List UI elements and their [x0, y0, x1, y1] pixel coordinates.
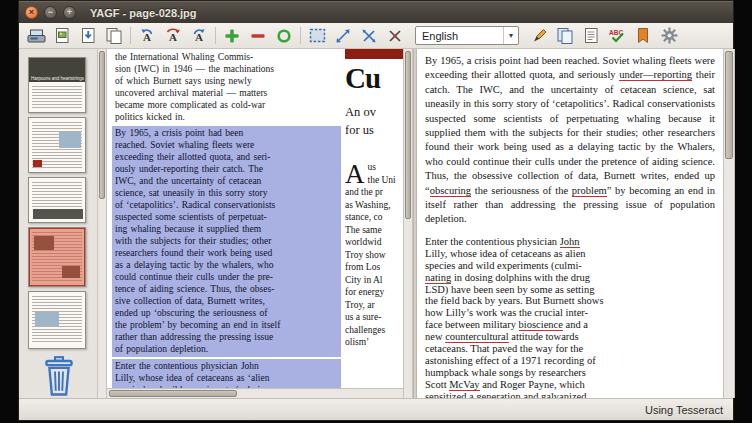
copy-text-button[interactable]	[552, 25, 578, 47]
thumbnail-page-5[interactable]	[28, 291, 86, 349]
scrollbar-thumb[interactable]	[725, 51, 733, 159]
image-horizontal-scrollbar[interactable]	[107, 388, 403, 398]
ocr-paragraph-2: Enter the contentious physician JohnLill…	[425, 236, 715, 398]
svg-text:A: A	[143, 31, 151, 43]
rotate-right-button[interactable]: A	[186, 25, 212, 47]
ocr-text-editor[interactable]: By 1965, a crisis point had been reached…	[417, 49, 723, 398]
toolbar-separator	[300, 27, 301, 44]
trash-icon	[41, 356, 77, 396]
toolbar-separator	[215, 27, 216, 44]
scan-body-lines: usthe Uniand the pras Washing,stance, co…	[345, 161, 403, 349]
status-text: Using Tesseract	[645, 404, 723, 416]
thumbnail-photo	[33, 209, 83, 219]
toolbar: A A A English ▾ ABC	[19, 23, 733, 49]
original-size-button[interactable]	[271, 25, 297, 47]
thumbnail-panel: Harpoons and heartstrings	[19, 49, 97, 398]
window-title: YAGF - page-028.jpg	[90, 7, 197, 19]
split-horizontal-icon	[361, 28, 377, 44]
thumbnail-text-lines	[32, 182, 82, 208]
thumbnail-page-2[interactable]	[28, 117, 86, 173]
rotate-right-icon: A	[190, 27, 208, 44]
select-region-button[interactable]	[304, 25, 330, 47]
open-image-button[interactable]	[49, 25, 75, 47]
language-value: English	[416, 30, 503, 42]
scan-column-right: Cu An ovfor us A usthe Uniand the pras W…	[345, 49, 403, 398]
copy-icon	[556, 27, 574, 44]
app-window: × − + YAGF - page-028.jpg A A A English …	[18, 0, 734, 421]
ocr-button[interactable]	[526, 25, 552, 47]
main-area: Harpoons and heartstrings	[19, 49, 733, 398]
svg-text:A: A	[169, 31, 177, 43]
ocr-paragraph-1: By 1965, a crisis point had been reached…	[425, 54, 715, 227]
zoom-out-icon	[250, 28, 266, 44]
thumbnail-photo	[33, 160, 42, 167]
spellcheck-icon: ABC	[608, 27, 626, 44]
split-horizontal-button[interactable]	[356, 25, 382, 47]
pen-icon	[531, 27, 548, 44]
thumbnail-scrollbar[interactable]	[97, 49, 107, 398]
split-vertical-icon	[387, 28, 403, 44]
scan-subtitle: An ovfor us	[345, 103, 403, 139]
chevron-down-icon[interactable]: ▾	[503, 27, 518, 44]
minimize-icon: −	[48, 8, 53, 17]
scrollbar-thumb[interactable]	[109, 390, 237, 397]
thumbnail-caption: Harpoons and heartstrings	[31, 76, 84, 81]
text-document-icon	[583, 27, 600, 44]
status-bar: Using Tesseract	[19, 398, 733, 420]
select-region-icon	[309, 28, 326, 43]
split-vertical-button[interactable]	[382, 25, 408, 47]
scanner-icon	[27, 27, 46, 44]
rotate-left-button[interactable]: A	[134, 25, 160, 47]
scan-button[interactable]	[23, 25, 49, 47]
scan-body: A usthe Uniand the pras Washing,stance, …	[345, 161, 403, 349]
pages-icon	[105, 27, 123, 44]
scrollbar-thumb[interactable]	[405, 51, 411, 219]
spellcheck-button[interactable]: ABC	[604, 25, 630, 47]
maximize-button[interactable]: +	[63, 6, 76, 19]
thumbnail-page-4-selected[interactable]	[28, 227, 86, 287]
image-vertical-scrollbar[interactable]	[403, 49, 413, 398]
close-button[interactable]: ×	[25, 6, 38, 19]
open-image-icon	[54, 27, 71, 44]
thumbnail-page-1[interactable]: Harpoons and heartstrings	[28, 57, 86, 113]
gear-icon	[661, 27, 678, 44]
close-icon: ×	[29, 8, 34, 17]
svg-text:A: A	[195, 31, 203, 43]
language-dropdown[interactable]: English ▾	[415, 26, 519, 45]
selected-thumbnail-overlay	[29, 228, 85, 286]
settings-button[interactable]	[656, 25, 682, 47]
zoom-out-button[interactable]	[245, 25, 271, 47]
scrollbar-thumb[interactable]	[99, 51, 105, 199]
zoom-in-icon	[224, 28, 240, 44]
fit-page-button[interactable]	[330, 25, 356, 47]
save-text-button[interactable]	[578, 25, 604, 47]
thumbnail-page-3[interactable]	[28, 177, 86, 223]
thumbnail-photo	[35, 312, 59, 326]
scan-dropcap: A	[345, 162, 365, 186]
delete-page-button[interactable]	[39, 355, 79, 397]
selected-text-region[interactable]: By 1965, a crisis point had beenreached.…	[112, 126, 341, 357]
thumbnail-photo	[59, 132, 81, 148]
titlebar[interactable]: × − + YAGF - page-028.jpg	[19, 1, 733, 23]
rotate-180-icon: A	[164, 27, 182, 44]
save-image-button[interactable]	[75, 25, 101, 47]
scan-red-banner	[345, 49, 403, 59]
zoom-in-button[interactable]	[219, 25, 245, 47]
fit-page-icon	[335, 28, 351, 44]
pages-button[interactable]	[101, 25, 127, 47]
rotate-180-button[interactable]: A	[160, 25, 186, 47]
recognize-all-button[interactable]	[630, 25, 656, 47]
bookmark-icon	[635, 27, 651, 44]
page-image-view[interactable]: the International Whaling Commis-sion (I…	[107, 49, 403, 398]
scan-column-left: the International Whaling Commis-sion (I…	[115, 51, 341, 398]
scan-headline: Cu	[345, 62, 403, 94]
original-size-icon	[276, 28, 292, 44]
scan-paragraph: the International Whaling Commis-sion (I…	[115, 51, 341, 123]
rotate-left-icon: A	[138, 27, 156, 44]
thumbnail-text-lines	[32, 86, 82, 109]
thumbnail-photo: Harpoons and heartstrings	[29, 58, 85, 82]
text-editor-scrollbar[interactable]	[723, 49, 735, 398]
toolbar-separator	[130, 27, 131, 44]
minimize-button[interactable]: −	[44, 6, 57, 19]
save-icon	[80, 27, 97, 44]
